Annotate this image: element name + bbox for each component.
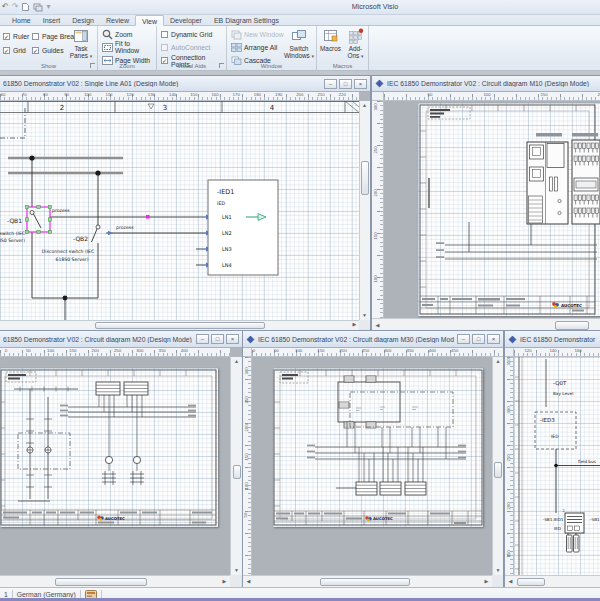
scrollbar-thumb[interactable]	[361, 161, 369, 195]
horizontal-scrollbar[interactable]: ▶	[0, 320, 359, 330]
checkbox-dynamic-grid[interactable]: Dynamic Grid	[161, 30, 212, 39]
tab-view[interactable]: View	[135, 15, 164, 26]
shape-sb1-ied1-device[interactable]	[565, 513, 584, 533]
close-button[interactable]: ×	[487, 334, 500, 344]
window-titlebar[interactable]: IEC 61850 Demonstrator V02 : Circuit dia…	[243, 331, 503, 348]
shape-terminal-block-2[interactable]	[124, 382, 148, 395]
scrollbar-thumb[interactable]	[517, 578, 545, 586]
shape-terminal-block-1[interactable]	[96, 382, 120, 395]
window-bay-level[interactable]: IEC 61850 Demonstrator V02 120140160 350…	[505, 331, 600, 587]
dialog-launcher-icon[interactable]	[90, 63, 95, 68]
window-titlebar[interactable]: 61850 Demonstrator V02 : Circuit diagram…	[0, 331, 242, 348]
bus-lines[interactable]	[445, 245, 597, 259]
restore-button[interactable]: □	[472, 334, 485, 344]
resize-grip[interactable]	[230, 575, 242, 587]
page-breaks-checkbox-box[interactable]	[32, 33, 39, 40]
connection-lines[interactable]	[32, 158, 208, 320]
vertical-scrollbar[interactable]: ▲ ▼	[359, 101, 370, 320]
shape-qb1-switch[interactable]	[30, 211, 41, 229]
checkbox-guides[interactable]: Guides	[32, 46, 64, 55]
scroll-up-button[interactable]: ▲	[360, 101, 369, 110]
tab-home[interactable]: Home	[6, 15, 37, 26]
minimize-button[interactable]: –	[324, 79, 337, 89]
scroll-right-button[interactable]: ▶	[482, 577, 491, 586]
checkbox-grid[interactable]: Grid	[3, 46, 26, 55]
shape-terminal-array-device[interactable]	[572, 140, 600, 224]
macros-button[interactable]: Macros	[318, 28, 343, 52]
scrollbar-thumb[interactable]	[494, 462, 502, 478]
dynamic-grid-checkbox-box[interactable]	[161, 31, 168, 38]
drawing-canvas[interactable]: -Q0T Bay Level -IED3 IED field bus 2	[514, 357, 600, 575]
minimize-button[interactable]: –	[196, 334, 209, 344]
arrange-all-button[interactable]: Arrange All	[231, 41, 277, 53]
drawing-canvas[interactable]: AUCOTEC	[252, 357, 492, 575]
scroll-up-button[interactable]: ▲	[232, 357, 241, 366]
restore-button[interactable]: □	[339, 79, 352, 89]
autoconnect-checkbox-box[interactable]	[161, 44, 168, 51]
horizontal-scrollbar[interactable]: ◀ ▶	[243, 575, 492, 587]
vertical-scrollbar[interactable]: ▲ ▼	[230, 357, 242, 575]
grid-checkbox-box[interactable]	[3, 47, 10, 54]
switch-windows-button[interactable]: Switch Windows ▾	[283, 28, 315, 60]
busbar-shapes[interactable]	[8, 158, 123, 173]
selection-handles[interactable]	[25, 205, 51, 233]
guides-checkbox-box[interactable]	[32, 47, 39, 54]
drawing-canvas[interactable]: 2 3 4	[0, 101, 359, 320]
shape-terminal-block-1[interactable]	[356, 482, 377, 495]
scroll-down-button[interactable]: ▼	[494, 566, 503, 575]
tab-eb-diagram-settings[interactable]: EB Diagram Settings	[208, 15, 285, 26]
shape-qb2-switch[interactable]	[92, 225, 101, 242]
scroll-right-button[interactable]: ▶	[350, 320, 359, 329]
resize-grip[interactable]	[359, 320, 370, 330]
status-page-number[interactable]: 1	[4, 591, 8, 598]
app-titlebar[interactable]: ↶ ↷ ▾ Microsoft Visio	[0, 0, 600, 15]
status-language[interactable]: German (Germany)	[17, 591, 76, 598]
undo-icon[interactable]: ↶	[2, 1, 9, 13]
scrollbar-thumb[interactable]	[55, 578, 147, 586]
shape-terminal-block-2[interactable]	[380, 482, 401, 495]
shape-plug-connectors[interactable]	[567, 533, 580, 552]
drawing-canvas[interactable]: AUCOTEC	[384, 101, 600, 318]
shape-plug-symbols[interactable]	[102, 456, 144, 485]
close-button[interactable]: ×	[354, 79, 367, 89]
horizontal-scrollbar[interactable]: ▶	[0, 575, 230, 587]
shape-device-group[interactable]	[338, 376, 400, 428]
checkbox-ruler[interactable]: Ruler	[3, 32, 29, 41]
scrollbar-thumb[interactable]	[233, 465, 241, 479]
resize-grip[interactable]	[492, 575, 503, 587]
scrollbar-thumb[interactable]	[95, 322, 265, 329]
bus-lines[interactable]	[315, 447, 466, 459]
close-button[interactable]: ×	[226, 334, 239, 344]
window-titlebar[interactable]: IEC 61850 Demonstrator V02	[505, 331, 600, 348]
new-window-button[interactable]: New Window	[231, 28, 284, 40]
scrollbar-thumb[interactable]	[555, 321, 589, 330]
add-ons-button[interactable]: Add-Ons ▾	[343, 28, 368, 60]
new-document-icon[interactable]	[21, 2, 30, 12]
checkbox-autoconnect[interactable]: AutoConnect	[161, 43, 210, 52]
minimize-button[interactable]: –	[457, 334, 470, 344]
redo-icon[interactable]: ↷	[12, 1, 19, 13]
dialog-launcher-icon[interactable]	[219, 63, 224, 68]
window-titlebar[interactable]: IEC 61850 Demonstrator V02 : Circuit dia…	[372, 76, 600, 92]
line-endpoint-handle[interactable]	[146, 215, 150, 219]
drawing-canvas[interactable]: AUCOTEC	[0, 357, 230, 575]
scroll-down-button[interactable]: ▼	[232, 566, 241, 575]
ruler-checkbox-box[interactable]	[3, 33, 10, 40]
tab-design[interactable]: Design	[66, 15, 100, 26]
qat-customize-icon[interactable]: ▾	[46, 1, 50, 13]
restore-button[interactable]: □	[211, 334, 224, 344]
tab-review[interactable]: Review	[100, 15, 135, 26]
zoom-button[interactable]: Zoom	[102, 28, 132, 40]
horizontal-scrollbar[interactable]: ◀	[372, 318, 600, 332]
scroll-left-button[interactable]: ◀	[506, 577, 515, 586]
tab-insert[interactable]: Insert	[37, 15, 67, 26]
scroll-down-button[interactable]: ▼	[360, 311, 369, 320]
window-circuit-m30[interactable]: IEC 61850 Demonstrator V02 : Circuit dia…	[243, 331, 503, 587]
scroll-left-button[interactable]: ◀	[244, 577, 253, 586]
tab-developer[interactable]: Developer	[164, 15, 208, 26]
window-circuit-m10[interactable]: IEC 61850 Demonstrator V02 : Circuit dia…	[372, 76, 600, 332]
shape-terminal-block-3[interactable]	[405, 482, 426, 495]
scroll-left-button[interactable]: ◀	[373, 321, 382, 330]
fit-to-window-button[interactable]: Fit to Window	[102, 41, 156, 53]
window-single-line-a01[interactable]: 61850 Demonstrator V02 : Single Line A01…	[0, 76, 370, 330]
